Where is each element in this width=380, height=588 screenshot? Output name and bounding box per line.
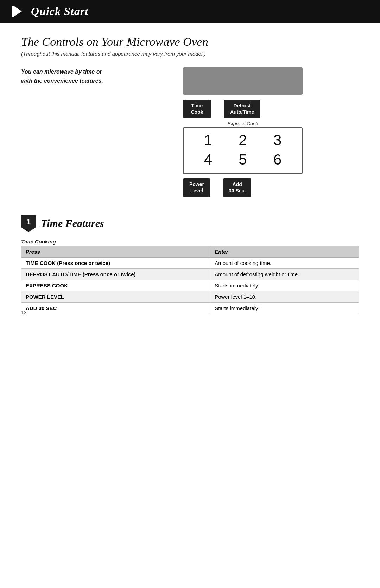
top-button-row: Time Cook Defrost Auto/Time <box>183 100 303 118</box>
header-title: Quick Start <box>31 5 88 18</box>
table-cell-press: TIME COOK (Press once or twice) <box>21 257 210 268</box>
table-cell-press: EXPRESS COOK <box>21 280 210 291</box>
section1-header: 1 Time Features <box>21 215 359 232</box>
controls-section-title: The Controls on Your Microwave Oven <box>21 35 359 49</box>
table-cell-enter: Starts immediately! <box>210 302 359 314</box>
time-features-title: Time Features <box>41 217 104 229</box>
table-cell-press: DEFROST AUTO/TIME (Press once or twice) <box>21 268 210 280</box>
number-2[interactable]: 2 <box>229 131 257 149</box>
controls-left: You can microwave by time or with the co… <box>21 67 113 85</box>
controls-left-text: You can microwave by time or with the co… <box>21 67 113 85</box>
table-header-press: Press <box>21 246 210 257</box>
defrost-button[interactable]: Defrost Auto/Time <box>224 100 260 118</box>
header-bar: Quick Start <box>0 0 380 23</box>
time-cook-button[interactable]: Time Cook <box>183 100 211 118</box>
table-row: DEFROST AUTO/TIME (Press once or twice)A… <box>21 268 359 280</box>
cooking-table: Press Enter TIME COOK (Press once or twi… <box>21 246 359 314</box>
table-body: TIME COOK (Press once or twice)Amount of… <box>21 257 359 314</box>
svg-rect-1 <box>12 6 14 17</box>
page-content: The Controls on Your Microwave Oven (Thr… <box>0 23 380 328</box>
section-badge: 1 <box>21 215 36 232</box>
table-cell-enter: Amount of defrosting weight or time. <box>210 268 359 280</box>
number-6[interactable]: 6 <box>264 151 292 168</box>
controls-section-subtitle: (Throughout this manual, features and ap… <box>21 51 359 57</box>
controls-right: Time Cook Defrost Auto/Time Express Cook… <box>127 67 359 197</box>
svg-marker-0 <box>13 6 22 17</box>
table-row: ADD 30 SECStarts immediately! <box>21 302 359 314</box>
number-3[interactable]: 3 <box>264 131 292 149</box>
number-4[interactable]: 4 <box>194 151 222 168</box>
page-number: 12 <box>21 310 27 315</box>
quick-start-icon <box>10 4 25 19</box>
table-cell-enter: Starts immediately! <box>210 280 359 291</box>
table-header-enter: Enter <box>210 246 359 257</box>
table-row: EXPRESS COOKStarts immediately! <box>21 280 359 291</box>
microwave-display <box>183 67 303 95</box>
table-cell-enter: Amount of cooking time. <box>210 257 359 268</box>
table-row: POWER LEVELPower level 1–10. <box>21 291 359 302</box>
number-row-1: 1 2 3 <box>191 131 295 149</box>
power-level-button[interactable]: Power Level <box>183 178 210 197</box>
controls-layout: You can microwave by time or with the co… <box>21 67 359 197</box>
number-grid: 1 2 3 4 5 6 <box>183 127 303 174</box>
time-features-section-header: 1 Time Features <box>21 215 359 232</box>
express-cook-label: Express Cook <box>183 121 303 126</box>
table-row: TIME COOK (Press once or twice)Amount of… <box>21 257 359 268</box>
table-header-row: Press Enter <box>21 246 359 257</box>
number-row-2: 4 5 6 <box>191 151 295 168</box>
section-badge-number: 1 <box>21 217 36 227</box>
bottom-button-row: Power Level Add 30 Sec. <box>183 178 303 197</box>
add-30-sec-button[interactable]: Add 30 Sec. <box>223 178 251 197</box>
number-1[interactable]: 1 <box>194 131 222 149</box>
table-cell-enter: Power level 1–10. <box>210 291 359 302</box>
number-5[interactable]: 5 <box>229 151 257 168</box>
time-cooking-label: Time Cooking <box>21 239 359 245</box>
table-cell-press: POWER LEVEL <box>21 291 210 302</box>
table-cell-press: ADD 30 SEC <box>21 302 210 314</box>
